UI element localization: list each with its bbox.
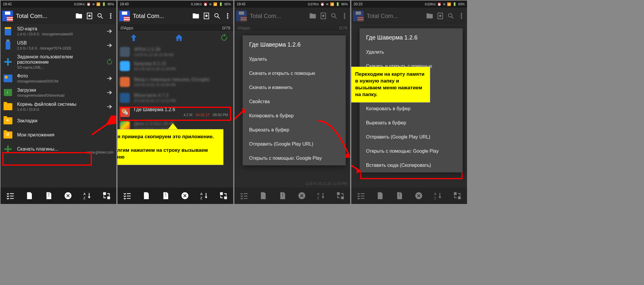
select-icon[interactable] bbox=[6, 191, 15, 200]
refresh-icon[interactable] bbox=[105, 58, 113, 66]
list-item[interactable]: ВКонтакте 4.7.237.3 M 31.01.17 12:12 PM bbox=[117, 91, 233, 105]
menu-item-delete[interactable]: Удалить bbox=[360, 45, 463, 59]
sort-icon[interactable]: AZ bbox=[83, 191, 92, 200]
context-menu: Где Шаверма 1.2.6 Удалить Скачать и откр… bbox=[243, 35, 346, 165]
bookmark-folder-icon bbox=[4, 117, 12, 124]
bookmark-page-icon[interactable] bbox=[319, 12, 327, 20]
menu-item-download-edit[interactable]: Скачать и изменить bbox=[243, 80, 346, 95]
svg-rect-17 bbox=[224, 196, 227, 199]
menu-title: Где Шаверма 1.2.6 bbox=[360, 28, 463, 45]
up-arrow-icon[interactable] bbox=[129, 33, 138, 43]
svg-rect-7 bbox=[103, 192, 106, 195]
nav-row bbox=[117, 32, 233, 45]
bottom-toolbar: AZ bbox=[117, 187, 233, 204]
menu-item-open-gplay[interactable]: Открыть с помощью: Google Play bbox=[360, 144, 463, 158]
row-photo[interactable]: Фото /storage/emulated/0/DCIM bbox=[1, 71, 116, 85]
search-icon[interactable] bbox=[213, 12, 221, 20]
menu-item-open-gplay[interactable]: Открыть с помощью: Google Play bbox=[243, 151, 346, 165]
app-logo-icon bbox=[119, 11, 130, 21]
callout-pointer bbox=[168, 123, 178, 130]
overflow-icon[interactable] bbox=[224, 12, 231, 20]
sort-icon[interactable]: AZ bbox=[200, 191, 209, 200]
file-icon[interactable] bbox=[375, 191, 385, 200]
row-downloads[interactable]: Загрузки /storage/emulated/0/download bbox=[1, 85, 116, 100]
row-user-location[interactable]: Заданное пользователем расположение SD-к… bbox=[1, 52, 116, 71]
bookmark-page-icon[interactable] bbox=[203, 12, 210, 20]
delete-icon[interactable] bbox=[180, 191, 190, 200]
menu-item-paste-here[interactable]: Вставить сюда (Скопировать) bbox=[360, 158, 463, 172]
path-bar[interactable]: ///Apps 0/79 bbox=[117, 24, 233, 32]
select-icon[interactable] bbox=[239, 191, 249, 200]
status-bar: 19:42 0,03K/c ⏰ ≋ 📶 🔋 86% bbox=[1, 1, 116, 8]
delete-icon[interactable] bbox=[297, 191, 307, 200]
file-icon[interactable] bbox=[259, 191, 268, 200]
green-plus-icon bbox=[2, 144, 14, 154]
zip-icon[interactable] bbox=[161, 191, 170, 200]
overflow-icon[interactable] bbox=[107, 12, 115, 20]
swap-icon[interactable] bbox=[102, 191, 111, 200]
menu-item-download-open[interactable]: Скачать и открыть с помощью bbox=[243, 66, 346, 80]
swap-icon[interactable] bbox=[336, 191, 345, 200]
list-item[interactable]: Браузер 8.2.1542.4 M 18.12.16 11:19 PM bbox=[117, 59, 233, 73]
arrow-right-icon[interactable] bbox=[105, 28, 113, 34]
folder-icon[interactable] bbox=[192, 12, 200, 20]
menu-item-send-gplay[interactable]: Отправить (Google Play URL) bbox=[243, 137, 346, 151]
sdcard-icon bbox=[5, 27, 11, 35]
plus-icon bbox=[2, 57, 14, 67]
bookmark-page-icon[interactable] bbox=[436, 12, 444, 20]
arrow-right-icon[interactable] bbox=[105, 103, 113, 110]
menu-item-cut-clipboard[interactable]: Вырезать в буфер bbox=[360, 116, 463, 130]
row-usb[interactable]: USB 2.0 G / 3.6 G/storage/7074-1EEE bbox=[1, 38, 116, 52]
bookmark-page-icon[interactable] bbox=[86, 12, 93, 20]
refresh-icon[interactable] bbox=[220, 33, 229, 43]
zip-icon[interactable] bbox=[395, 191, 404, 200]
list-item[interactable]: 4PDA 1.5.382.8 M 31.12.16 12:36 AM bbox=[117, 45, 233, 59]
search-icon[interactable] bbox=[447, 12, 455, 20]
row-my-apps[interactable]: Мои приложения bbox=[1, 128, 116, 142]
bottom-toolbar: AZ bbox=[234, 187, 350, 204]
screenshot-2: 19:43 0,10K/c ⏰≋📶🔋 85% Total Com... ///A… bbox=[117, 1, 233, 204]
swap-icon[interactable] bbox=[219, 191, 228, 200]
arrow-right-icon[interactable] bbox=[105, 75, 113, 82]
menu-item-properties[interactable]: Свойства bbox=[243, 95, 346, 109]
file-icon[interactable] bbox=[142, 191, 151, 200]
overflow-icon[interactable] bbox=[458, 12, 465, 20]
row-download-plugins[interactable]: Скачать плагины... www.ghisler.com bbox=[1, 142, 116, 156]
arrow-right-icon[interactable] bbox=[105, 42, 113, 49]
delete-icon[interactable] bbox=[414, 191, 423, 200]
menu-item-copy-clipboard[interactable]: Копировать в буфер bbox=[243, 109, 346, 123]
search-icon[interactable] bbox=[330, 12, 338, 20]
home-icon[interactable] bbox=[175, 33, 183, 43]
svg-point-10 bbox=[227, 13, 228, 14]
search-icon[interactable] bbox=[96, 12, 104, 20]
svg-rect-8 bbox=[107, 196, 110, 199]
menu-item-delete[interactable]: Удалить bbox=[243, 52, 346, 66]
row-root-fs[interactable]: Корень файловой системы 1.4 G / 23.9 G bbox=[1, 100, 116, 114]
delete-icon[interactable] bbox=[63, 191, 73, 200]
sort-icon[interactable]: AZ bbox=[317, 191, 326, 200]
menu-item-send-gplay[interactable]: Отправить (Google Play URL) bbox=[360, 130, 463, 144]
alarm-icon: ⏰ bbox=[87, 2, 91, 6]
row-shaverma-app[interactable]: 🌯 Где Шаверма 1.2.6 4.2 M 04.02.17 09:50… bbox=[117, 105, 233, 119]
select-icon[interactable] bbox=[122, 191, 132, 200]
select-icon[interactable] bbox=[356, 191, 366, 200]
folder-icon[interactable] bbox=[309, 12, 317, 20]
zip-icon[interactable] bbox=[278, 191, 287, 200]
menu-item-cut-clipboard[interactable]: Вырезать в буфер bbox=[243, 123, 346, 137]
file-icon[interactable] bbox=[25, 191, 34, 200]
overflow-icon[interactable] bbox=[341, 12, 348, 20]
svg-point-30 bbox=[461, 17, 462, 19]
menu-item-copy-clipboard[interactable]: Копировать в буфер bbox=[360, 102, 463, 116]
folder-icon[interactable] bbox=[426, 12, 433, 20]
arrow-right-icon[interactable] bbox=[105, 89, 113, 96]
swap-icon[interactable] bbox=[453, 191, 462, 200]
app-list: 4PDA 1.5.382.8 M 31.12.16 12:36 AM Брауз… bbox=[117, 45, 233, 133]
list-item[interactable]: Ввод с помощью пиньинь (Google)23.6 M 24… bbox=[117, 73, 233, 91]
app-name: Где Шаверма 1.2.6 bbox=[134, 107, 230, 112]
svg-point-27 bbox=[448, 14, 452, 17]
row-sdcard[interactable]: SD-карта 1.4 G / 23.9 G/storage/emulated… bbox=[1, 24, 116, 38]
row-bookmarks[interactable]: Закладки bbox=[1, 114, 116, 128]
zip-icon[interactable] bbox=[44, 191, 54, 200]
folder-icon[interactable] bbox=[75, 12, 83, 20]
sort-icon[interactable]: AZ bbox=[433, 191, 443, 200]
